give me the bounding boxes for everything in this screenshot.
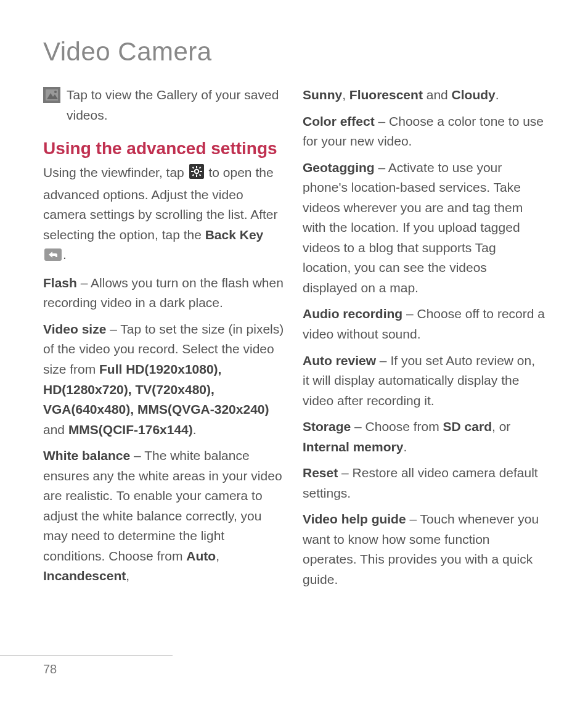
help-guide-label: Video help guide [303, 512, 406, 526]
wb-cloudy: Cloudy [452, 88, 496, 102]
flash-paragraph: Flash – Allows you turn on the flash whe… [43, 273, 285, 313]
text: – Activate to use your phone's location-… [303, 160, 523, 295]
text: , [126, 568, 129, 583]
gallery-row: Tap to view the Gallery of your saved vi… [43, 85, 285, 125]
auto-review-paragraph: Auto review – If you set Auto review on,… [303, 351, 545, 411]
white-balance-label: White balance [43, 448, 130, 462]
auto-review-label: Auto review [303, 353, 376, 367]
text: – Choose from [351, 419, 443, 433]
video-size-paragraph: Video size – Tap to set the size (in pix… [43, 319, 285, 440]
gallery-icon [43, 87, 60, 109]
help-guide-paragraph: Video help guide – Touch whenever you wa… [303, 509, 545, 589]
back-key-icon [44, 247, 62, 267]
text: – Restore all video camera default setti… [303, 466, 538, 500]
text: – The white balance ensures any the whit… [43, 448, 282, 563]
text: – Allows you turn on the flash when reco… [43, 276, 284, 310]
text: . [63, 247, 67, 261]
storage-label: Storage [303, 419, 351, 433]
geotagging-paragraph: Geotagging – Activate to use your phone'… [303, 158, 545, 298]
page-title: Video Camera [43, 37, 545, 67]
flash-label: Flash [43, 276, 77, 290]
back-key-label: Back Key [205, 228, 264, 242]
page-footer: 78 [0, 655, 173, 676]
svg-rect-8 [191, 171, 194, 172]
wb-auto: Auto [186, 549, 216, 563]
audio-recording-label: Audio recording [303, 306, 402, 321]
reset-label: Reset [303, 466, 338, 480]
storage-internal: Internal memory [303, 440, 403, 454]
text: Using the viewfinder, tap [43, 165, 188, 179]
svg-rect-9 [200, 171, 202, 172]
manual-page: Video Camera Tap to view the Gallery of … [0, 0, 588, 706]
video-size-last: MMS(QCIF-176x144) [68, 422, 193, 437]
text: , [216, 549, 219, 563]
text: . [193, 422, 197, 437]
left-column: Tap to view the Gallery of your saved vi… [43, 85, 285, 596]
text: . [496, 88, 499, 102]
video-size-label: Video size [43, 322, 106, 336]
color-effect-label: Color effect [303, 114, 375, 128]
intro-paragraph: Using the viewfinder, tap [43, 163, 285, 267]
white-balance-cont: Sunny, Fluorescent and Cloudy. [303, 85, 545, 105]
page-number: 78 [43, 662, 57, 676]
gallery-text: Tap to view the Gallery of your saved vi… [67, 85, 285, 125]
storage-sd: SD card [443, 419, 492, 433]
geotagging-label: Geotagging [303, 160, 375, 174]
svg-rect-7 [196, 174, 197, 177]
text: . [403, 440, 407, 454]
audio-recording-paragraph: Audio recording – Choose off to record a… [303, 304, 545, 344]
white-balance-paragraph: White balance – The white balance ensure… [43, 446, 285, 586]
wb-fluorescent: Fluorescent [349, 88, 423, 102]
color-effect-paragraph: Color effect – Choose a color tone to us… [303, 112, 545, 152]
svg-point-3 [54, 91, 57, 93]
section-heading: Using the advanced settings [43, 138, 285, 159]
gear-icon [189, 164, 204, 185]
svg-rect-6 [196, 166, 197, 168]
storage-paragraph: Storage – Choose from SD card, or Intern… [303, 417, 545, 457]
text: and [423, 88, 452, 102]
wb-sunny: Sunny [303, 88, 342, 102]
wb-incandescent: Incandescent [43, 568, 126, 583]
reset-paragraph: Reset – Restore all video camera default… [303, 463, 545, 503]
two-column-layout: Tap to view the Gallery of your saved vi… [43, 85, 545, 596]
text: and [43, 422, 68, 437]
text: , [342, 88, 349, 102]
right-column: Sunny, Fluorescent and Cloudy. Color eff… [303, 85, 545, 596]
text: , or [492, 419, 510, 433]
